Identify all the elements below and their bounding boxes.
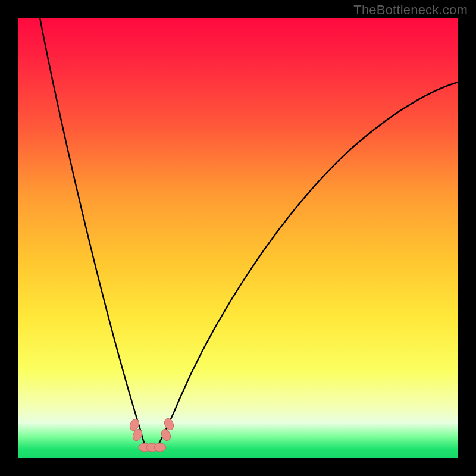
- curve-svg: [18, 18, 458, 458]
- bottleneck-curve: [40, 18, 458, 445]
- outer-frame: TheBottleneck.com: [0, 0, 476, 476]
- plot-area: [18, 18, 458, 458]
- watermark-text: TheBottleneck.com: [353, 2, 468, 18]
- markers: [129, 417, 176, 452]
- marker-bottom-3: [154, 443, 166, 452]
